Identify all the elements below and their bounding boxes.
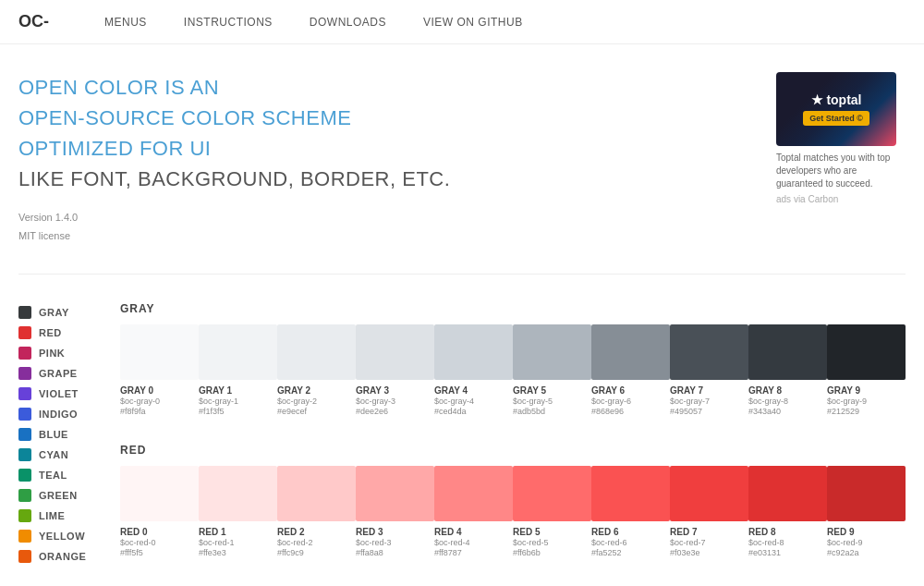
swatch-box	[591, 466, 670, 521]
swatch-var: $oc-red-4	[434, 538, 513, 547]
swatch-col: RED 7 $oc-red-7 #f03e3e	[670, 466, 748, 557]
sidebar-label: LIME	[39, 510, 65, 521]
swatch-var: $oc-gray-8	[748, 397, 827, 406]
sidebar-item-gray[interactable]: GRAY	[18, 302, 102, 323]
sidebar-item-orange[interactable]: ORANGE	[18, 546, 102, 567]
hero-heading: OPEN COLOR IS AN OPEN-SOURCE COLOR SCHEM…	[18, 72, 450, 194]
swatch-hex: #ff6b6b	[513, 548, 591, 557]
swatch-box	[827, 324, 906, 380]
sidebar-swatch	[18, 367, 31, 380]
swatch-hex: #212529	[827, 407, 906, 416]
nav-github[interactable]: VIEW ON GITHUB	[423, 16, 523, 29]
swatch-var: $oc-red-1	[199, 538, 277, 547]
swatch-hex: #ffa8a8	[356, 548, 434, 557]
swatch-name: RED 1	[199, 527, 277, 537]
swatch-name: RED 5	[513, 527, 591, 537]
swatch-name: GRAY 1	[199, 385, 277, 396]
sidebar-swatch	[18, 347, 31, 360]
sidebar-swatch	[18, 387, 31, 400]
sidebar-label: BLUE	[39, 429, 68, 440]
sidebar-item-teal[interactable]: TEAL	[18, 465, 102, 485]
swatch-var: $oc-gray-1	[199, 397, 277, 406]
swatch-col: RED 9 $oc-red-9 #c92a2a	[827, 466, 906, 557]
color-swatch-row: RED 0 $oc-red-0 #fff5f5 RED 1 $oc-red-1 …	[120, 466, 906, 557]
nav-downloads[interactable]: DOWNLOADS	[310, 16, 386, 29]
sidebar-label: INDIGO	[39, 409, 78, 420]
sidebar-label: RED	[39, 327, 62, 338]
swatch-var: $oc-gray-5	[513, 397, 591, 406]
swatch-col: RED 4 $oc-red-4 #ff8787	[434, 466, 513, 557]
swatch-name: GRAY 2	[277, 385, 356, 396]
swatch-hex: #c92a2a	[827, 548, 906, 557]
swatch-info: RED 8 $oc-red-8 #e03131	[748, 521, 827, 557]
sidebar-label: YELLOW	[39, 531, 85, 542]
ad-image[interactable]: ★ toptal Get Started ©	[776, 72, 896, 146]
swatch-var: $oc-gray-7	[670, 397, 748, 406]
sidebar-swatch	[18, 306, 31, 319]
swatch-info: GRAY 6 $oc-gray-6 #868e96	[591, 380, 670, 416]
sidebar-item-cyan[interactable]: CYAN	[18, 445, 102, 465]
swatch-col: GRAY 2 $oc-gray-2 #e9ecef	[277, 324, 356, 416]
swatch-name: GRAY 9	[827, 385, 906, 396]
swatch-name: RED 4	[434, 527, 513, 537]
sidebar-item-red[interactable]: RED	[18, 323, 102, 343]
swatch-box	[670, 466, 748, 521]
swatch-name: RED 2	[277, 527, 356, 537]
swatch-info: GRAY 9 $oc-gray-9 #212529	[827, 380, 906, 416]
swatch-hex: #e03131	[748, 548, 827, 557]
sidebar-item-blue[interactable]: BLUE	[18, 424, 102, 445]
swatch-info: GRAY 0 $oc-gray-0 #f8f9fa	[120, 380, 199, 416]
sidebar-swatch	[18, 530, 31, 543]
swatch-var: $oc-red-6	[591, 538, 670, 547]
sidebar-item-lime[interactable]: LIME	[18, 506, 102, 526]
sidebar-item-pink[interactable]: PINK	[18, 343, 102, 363]
swatch-col: RED 1 $oc-red-1 #ffe3e3	[199, 466, 277, 557]
ad-get-started-button[interactable]: Get Started ©	[803, 111, 869, 126]
swatch-var: $oc-gray-4	[434, 397, 513, 406]
swatch-box	[513, 324, 591, 380]
swatch-info: RED 7 $oc-red-7 #f03e3e	[670, 521, 748, 557]
sidebar-item-violet[interactable]: VIOLET	[18, 384, 102, 404]
sidebar-label: ORANGE	[39, 551, 86, 562]
swatch-hex: #ffc9c9	[277, 548, 356, 557]
swatch-name: RED 6	[591, 527, 670, 537]
nav-instructions[interactable]: INSTRUCTIONS	[184, 16, 273, 29]
swatch-info: GRAY 4 $oc-gray-4 #ced4da	[434, 380, 513, 416]
swatch-hex: #ff8787	[434, 548, 513, 557]
swatch-name: GRAY 0	[120, 385, 199, 396]
sidebar-item-green[interactable]: GREEN	[18, 485, 102, 506]
swatch-var: $oc-red-9	[827, 538, 906, 547]
swatch-box	[434, 324, 513, 380]
ad-image-inner: ★ toptal Get Started ©	[803, 92, 869, 126]
swatch-box	[748, 324, 827, 380]
color-section-title: GRAY	[120, 302, 906, 315]
swatch-name: GRAY 6	[591, 385, 670, 396]
swatch-col: GRAY 6 $oc-gray-6 #868e96	[591, 324, 670, 416]
navbar: OC- MENUS INSTRUCTIONS DOWNLOADS VIEW ON…	[0, 0, 924, 44]
nav-logo[interactable]: OC-	[18, 12, 49, 31]
nav-menus[interactable]: MENUS	[104, 16, 147, 29]
swatch-var: $oc-gray-2	[277, 397, 356, 406]
swatch-var: $oc-red-0	[120, 538, 199, 547]
sidebar-label: GRAY	[39, 307, 69, 318]
swatch-box	[277, 324, 356, 380]
swatch-col: GRAY 3 $oc-gray-3 #dee2e6	[356, 324, 434, 416]
sidebar-item-grape[interactable]: GRAPE	[18, 363, 102, 384]
swatch-hex: #ced4da	[434, 407, 513, 416]
color-section-red: RED RED 0 $oc-red-0 #fff5f5 RED 1 $oc-re…	[120, 444, 906, 557]
hero-meta: Version 1.4.0 MIT license	[18, 209, 450, 246]
swatch-info: GRAY 3 $oc-gray-3 #dee2e6	[356, 380, 434, 416]
sidebar-item-yellow[interactable]: YELLOW	[18, 526, 102, 546]
swatch-box	[513, 466, 591, 521]
swatch-hex: #868e96	[591, 407, 670, 416]
swatch-name: RED 8	[748, 527, 827, 537]
swatch-hex: #fff5f5	[120, 548, 199, 557]
swatch-info: GRAY 7 $oc-gray-7 #495057	[670, 380, 748, 416]
sidebar-swatch	[18, 550, 31, 563]
sidebar-item-indigo[interactable]: INDIGO	[18, 404, 102, 424]
swatch-var: $oc-red-3	[356, 538, 434, 547]
nav-links: MENUS INSTRUCTIONS DOWNLOADS VIEW ON GIT…	[104, 16, 523, 29]
swatch-col: GRAY 9 $oc-gray-9 #212529	[827, 324, 906, 416]
swatch-info: RED 5 $oc-red-5 #ff6b6b	[513, 521, 591, 557]
swatch-box	[277, 466, 356, 521]
